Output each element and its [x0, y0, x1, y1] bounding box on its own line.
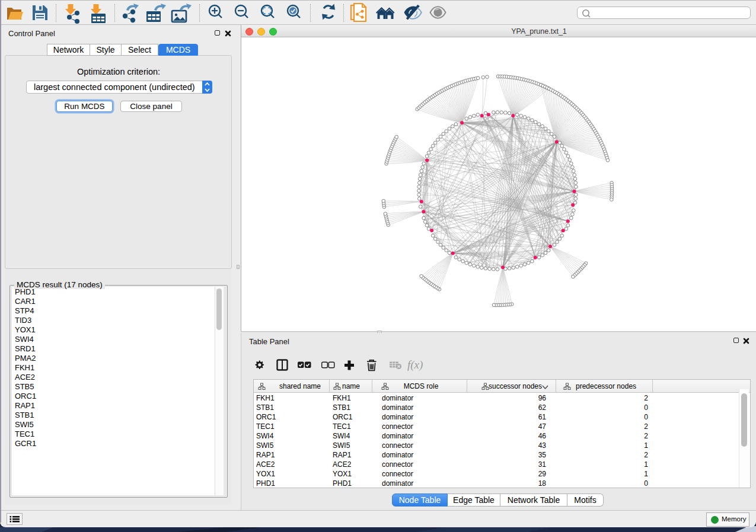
- svg-text:f(x): f(x): [407, 358, 423, 371]
